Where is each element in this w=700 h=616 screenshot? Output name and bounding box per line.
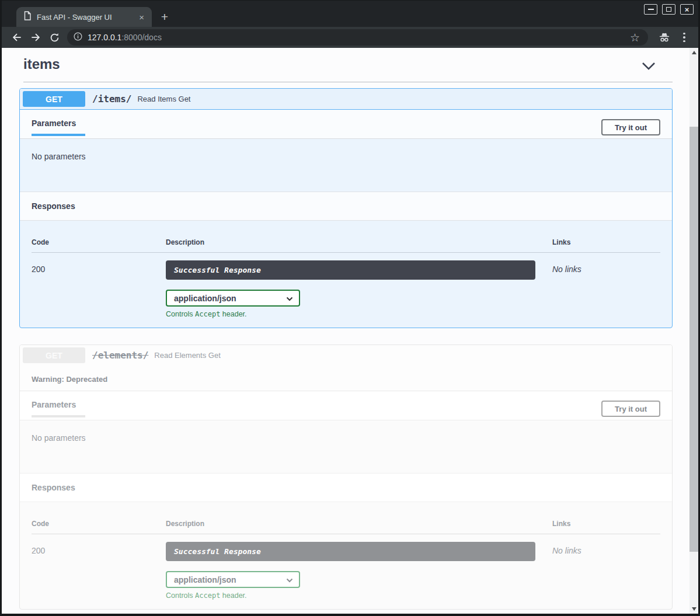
no-parameters-text: No parameters [32, 152, 86, 161]
response-links: No links [552, 260, 660, 318]
maximize-icon [666, 7, 671, 12]
url-text[interactable]: 127.0.0.1:8000/docs [88, 33, 628, 42]
info-icon[interactable] [73, 32, 83, 44]
minimize-button[interactable] [644, 4, 657, 15]
parameters-header: Parameters Try it out [20, 391, 672, 420]
page-content: items GET /items/ Read Items Get Paramet… [2, 48, 698, 614]
page-document-icon [23, 11, 32, 23]
maximize-button[interactable] [662, 4, 675, 15]
collapse-chevron-icon[interactable] [641, 61, 656, 74]
scroll-up-icon[interactable] [692, 51, 696, 54]
accept-header-note: Controls Accept header. [166, 310, 552, 318]
close-icon: × [685, 6, 689, 13]
url-host: 127.0.0.1 [88, 33, 121, 42]
responses-title: Responses [32, 201, 75, 211]
response-code: 200 [32, 260, 166, 318]
section-divider [23, 82, 673, 82]
responses-header: Responses [20, 192, 672, 221]
section-header[interactable]: items [23, 56, 673, 77]
parameters-header: Parameters Try it out [20, 110, 672, 139]
browser-toolbar: 127.0.0.1:8000/docs ☆ [2, 27, 698, 48]
method-badge: GET [23, 347, 85, 363]
minimize-icon [648, 9, 654, 10]
op-summary[interactable]: GET /items/ Read Items Get [20, 89, 672, 110]
opblock-get-items: GET /items/ Read Items Get Parameters Tr… [19, 88, 673, 328]
browser-tab[interactable]: Fast API - Swagger UI × [16, 7, 152, 27]
parameters-tab[interactable]: Parameters [32, 110, 85, 136]
responses-table: Code Description Links 200 Successful Re… [20, 221, 672, 328]
column-header-description: Description [166, 238, 552, 246]
media-type-value: application/json [174, 294, 236, 303]
titlebar: Fast API - Swagger UI × + × [2, 1, 698, 27]
deprecated-warning: Warning: Deprecated [20, 366, 672, 391]
reload-button[interactable] [46, 29, 62, 46]
column-header-code: Code [32, 520, 166, 528]
url-bar[interactable]: 127.0.0.1:8000/docs ☆ [67, 29, 648, 46]
media-type-select[interactable]: application/json [166, 290, 300, 307]
accept-header-note: Controls Accept header. [166, 591, 552, 600]
response-row: 200 Successful Response application/json… [32, 534, 660, 600]
op-path: /items/ [92, 93, 131, 105]
parameters-tab[interactable]: Parameters [32, 391, 85, 417]
responses-title: Responses [32, 483, 75, 492]
response-row: 200 Successful Response application/json… [32, 253, 660, 318]
response-links: No links [552, 542, 660, 600]
menu-icon[interactable] [676, 29, 692, 46]
url-path: :8000/docs [121, 33, 162, 42]
scrollbar[interactable] [689, 48, 698, 614]
column-header-code: Code [32, 238, 166, 246]
scroll-down-icon[interactable] [692, 607, 696, 611]
close-button[interactable]: × [680, 4, 694, 15]
parameters-body: No parameters [20, 420, 672, 473]
media-type-value: application/json [174, 575, 236, 584]
response-code: 200 [32, 542, 166, 600]
forward-button[interactable] [27, 29, 44, 46]
opblock-get-elements-deprecated: GET /elements/ Read Elements Get Warning… [19, 344, 673, 610]
bookmark-star-icon[interactable]: ☆ [628, 31, 642, 44]
method-badge: GET [23, 91, 85, 107]
response-description-text: Successful Response [174, 266, 261, 274]
section-title: items [23, 56, 60, 72]
response-description-box: Successful Response [166, 260, 535, 280]
op-description: Read Items Get [137, 95, 190, 103]
incognito-icon [656, 29, 673, 46]
response-description-text: Successful Response [174, 547, 261, 556]
try-it-out-button[interactable]: Try it out [601, 119, 660, 135]
responses-header: Responses [20, 473, 672, 502]
select-chevron-icon [286, 578, 293, 583]
media-type-select[interactable]: application/json [166, 571, 300, 588]
column-header-links: Links [552, 520, 660, 528]
tab-close-icon[interactable]: × [137, 13, 146, 22]
op-summary[interactable]: GET /elements/ Read Elements Get [20, 345, 672, 366]
responses-table: Code Description Links 200 Successful Re… [20, 502, 672, 609]
op-path: /elements/ [92, 350, 148, 361]
column-header-description: Description [166, 520, 552, 528]
column-header-links: Links [552, 238, 660, 246]
back-button[interactable] [9, 29, 25, 46]
browser-window: Fast API - Swagger UI × + × 127.0.0.1:80… [0, 0, 700, 616]
op-description: Read Elements Get [154, 351, 220, 360]
no-parameters-text: No parameters [32, 433, 86, 443]
new-tab-button[interactable]: + [156, 9, 173, 25]
select-chevron-icon [286, 297, 293, 301]
scroll-thumb[interactable] [689, 127, 698, 552]
response-description-box: Successful Response [166, 542, 535, 561]
tab-title: Fast API - Swagger UI [37, 13, 137, 22]
parameters-body: No parameters [20, 139, 672, 192]
try-it-out-button[interactable]: Try it out [601, 401, 660, 417]
